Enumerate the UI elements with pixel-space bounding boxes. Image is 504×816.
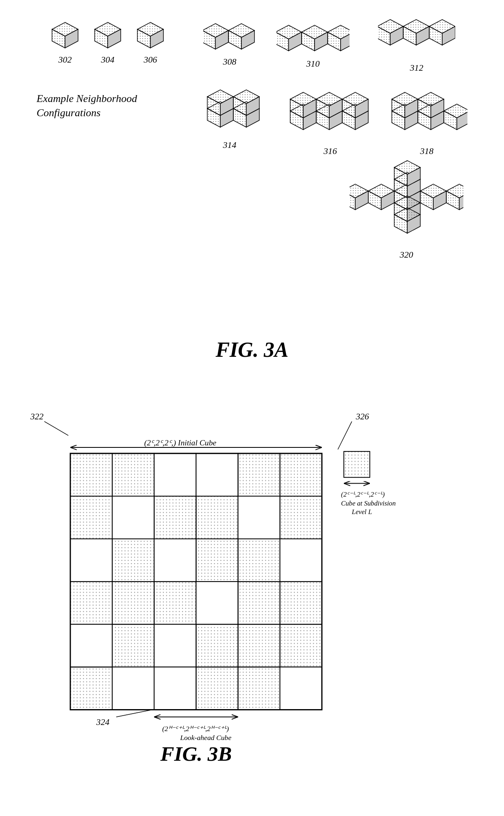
- svg-rect-128: [70, 496, 112, 539]
- svg-text:(2ᶜ,2ᶜ,2ᶜ,) Initial Cube: (2ᶜ,2ᶜ,2ᶜ,) Initial Cube: [144, 438, 217, 447]
- cube-308-icon: [203, 20, 256, 55]
- svg-rect-136: [154, 539, 196, 582]
- svg-rect-152: [70, 667, 112, 710]
- svg-rect-131: [196, 496, 238, 539]
- cube-310: 310: [276, 20, 350, 69]
- cube-318: 318: [386, 77, 467, 156]
- cube-312: 312: [378, 16, 455, 73]
- svg-rect-138: [238, 539, 280, 582]
- svg-rect-147: [112, 624, 154, 667]
- svg-rect-135: [112, 539, 154, 582]
- cube-320: 320: [350, 150, 463, 260]
- svg-rect-143: [196, 582, 238, 624]
- fig3a-label: FIG. 3A: [24, 338, 480, 362]
- svg-rect-140: [70, 582, 112, 624]
- svg-rect-123: [112, 454, 154, 496]
- svg-rect-129: [112, 496, 154, 539]
- svg-rect-149: [196, 624, 238, 667]
- cube-302-icon: [49, 20, 81, 53]
- svg-rect-122: [70, 454, 112, 496]
- svg-rect-133: [280, 496, 322, 539]
- fig3b-diagram: 322 326 (2ᶜ,2ᶜ,2ᶜ,) Initial Cube: [24, 386, 480, 784]
- svg-rect-156: [238, 667, 280, 710]
- cube-304: 304: [91, 20, 124, 65]
- svg-text:324: 324: [96, 717, 110, 727]
- cube-318-icon: [386, 77, 467, 144]
- cube-306-icon: [134, 20, 167, 53]
- svg-rect-127: [280, 454, 322, 496]
- svg-rect-125: [196, 454, 238, 496]
- svg-text:Level L: Level L: [352, 508, 372, 516]
- example-neighborhood-label: Example NeighborhoodConfigurations: [37, 91, 137, 120]
- svg-line-116: [44, 421, 68, 435]
- svg-rect-139: [280, 539, 322, 582]
- svg-text:FIG. 3B: FIG. 3B: [160, 742, 232, 765]
- svg-rect-142: [154, 582, 196, 624]
- fig3b-section: 322 326 (2ᶜ,2ᶜ,2ᶜ,) Initial Cube: [24, 386, 480, 784]
- svg-rect-134: [70, 539, 112, 582]
- cube-314: 314: [195, 81, 264, 150]
- svg-rect-153: [112, 667, 154, 710]
- svg-rect-155: [196, 667, 238, 710]
- svg-rect-130: [154, 496, 196, 539]
- svg-text:Cube at Subdivision: Cube at Subdivision: [341, 499, 395, 507]
- cube-314-icon: [195, 81, 264, 138]
- cube-304-icon: [91, 20, 124, 53]
- cube-312-icon: [378, 16, 455, 61]
- cube-308: 308: [203, 20, 256, 67]
- cube-310-icon: [276, 20, 350, 57]
- svg-rect-146: [70, 624, 112, 667]
- svg-rect-137: [196, 539, 238, 582]
- svg-rect-154: [154, 667, 196, 710]
- svg-rect-145: [280, 582, 322, 624]
- svg-rect-124: [154, 454, 196, 496]
- cube-316: 316: [285, 77, 376, 156]
- svg-text:322: 322: [30, 412, 44, 421]
- svg-line-118: [338, 421, 352, 449]
- svg-rect-141: [112, 582, 154, 624]
- page: 302 304: [0, 0, 504, 816]
- svg-rect-132: [238, 496, 280, 539]
- fig3a-section: 302 304: [24, 12, 480, 366]
- svg-text:(2ᴴ⁻ᶜ⁺ᴸ,2ᴴ⁻ᶜ⁺ᴸ,2ᴴ⁻ᶜ⁺ᴸ): (2ᴴ⁻ᶜ⁺ᴸ,2ᴴ⁻ᶜ⁺ᴸ,2ᴴ⁻ᶜ⁺ᴸ): [162, 725, 229, 733]
- svg-text:Look-ahead Cube: Look-ahead Cube: [180, 734, 231, 742]
- cube-306: 306: [134, 20, 167, 65]
- svg-rect-148: [154, 624, 196, 667]
- svg-rect-150: [238, 624, 280, 667]
- svg-text:326: 326: [355, 412, 369, 421]
- svg-rect-151: [280, 624, 322, 667]
- svg-rect-144: [238, 582, 280, 624]
- svg-rect-164: [344, 451, 370, 477]
- svg-rect-126: [238, 454, 280, 496]
- cube-302: 302: [49, 20, 81, 65]
- svg-text:(2ᶜ⁻ᴸ,2ᶜ⁻ᴸ,2ᶜ⁻ᴸ): (2ᶜ⁻ᴸ,2ᶜ⁻ᴸ,2ᶜ⁻ᴸ): [341, 490, 385, 498]
- svg-rect-157: [280, 667, 322, 710]
- cube-320-icon: [350, 150, 463, 248]
- cube-316-icon: [285, 77, 376, 144]
- svg-line-159: [116, 710, 152, 717]
